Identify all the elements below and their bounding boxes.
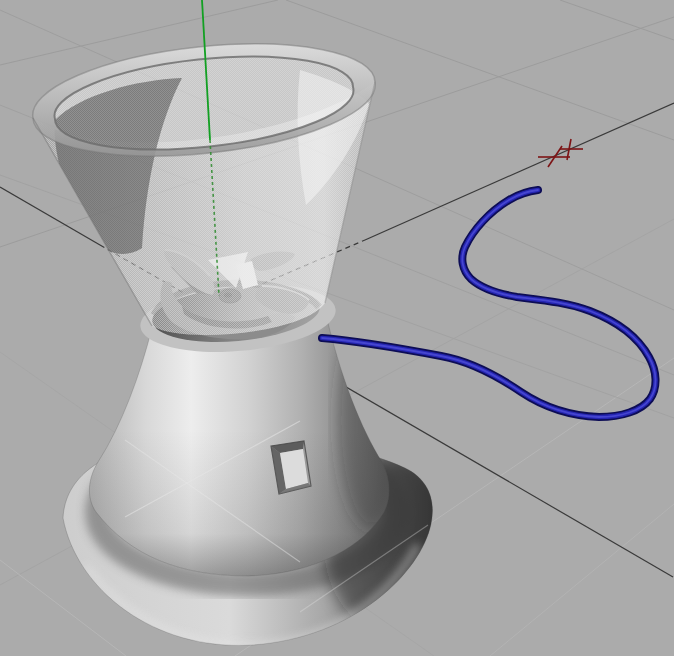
viewport-canvas[interactable] bbox=[0, 0, 674, 656]
modeling-viewport[interactable] bbox=[0, 0, 674, 656]
